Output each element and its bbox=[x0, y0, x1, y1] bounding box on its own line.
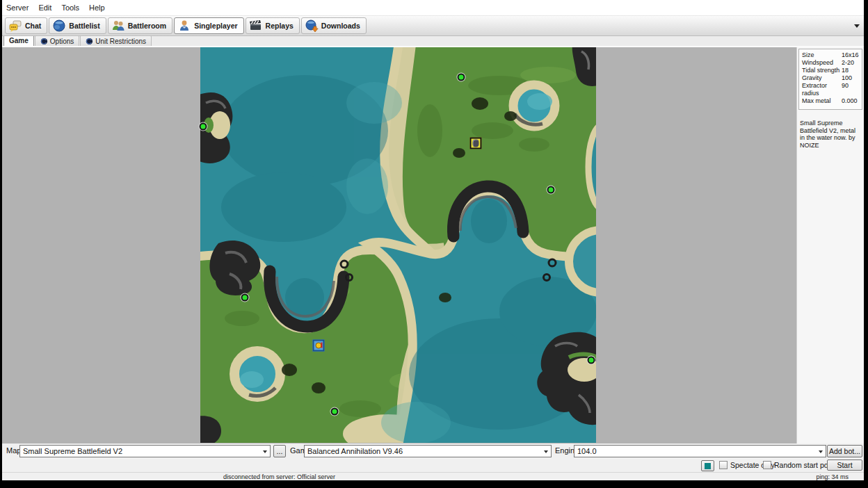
info-value: 2-20 bbox=[842, 59, 860, 67]
connection-status: disconnected from server: Official serve… bbox=[223, 473, 335, 480]
info-label: Windspeed bbox=[802, 59, 833, 67]
tab-label: Singleplayer bbox=[194, 22, 237, 30]
subtab-options[interactable]: Options bbox=[35, 35, 79, 46]
map-info-box: Size16x16Windspeed2-20Tidal strength18Gr… bbox=[798, 49, 862, 110]
tab-downloads[interactable]: Downloads bbox=[301, 17, 367, 34]
tab-chat[interactable]: Chat bbox=[5, 17, 47, 34]
menu-item-server[interactable]: Server bbox=[6, 3, 29, 12]
menu-bar: ServerEditToolsHelp bbox=[2, 0, 864, 15]
start-position-marker-5[interactable] bbox=[587, 357, 595, 364]
start-position-marker-4[interactable] bbox=[241, 294, 249, 302]
map-description: Small Supreme Battlefield V2, metal in t… bbox=[800, 120, 862, 149]
unit-marker-blue[interactable] bbox=[313, 340, 325, 352]
map-info-row: Extractor radius90 bbox=[802, 82, 860, 97]
start-position-marker-6[interactable] bbox=[331, 407, 339, 415]
chevron-down-icon bbox=[544, 450, 548, 453]
engine-combobox-value: 104.0 bbox=[577, 447, 597, 455]
mod-icon bbox=[86, 38, 93, 45]
map-markers bbox=[200, 47, 596, 443]
tab-label: Battlelist bbox=[69, 22, 99, 30]
people-icon bbox=[111, 19, 125, 33]
info-value: 16x16 bbox=[842, 51, 860, 59]
start-position-marker-1[interactable] bbox=[458, 74, 465, 81]
chat-bubbles-icon bbox=[8, 19, 22, 33]
ping-status: ping: 34 ms bbox=[816, 473, 849, 480]
status-bar: disconnected from server: Official serve… bbox=[2, 472, 864, 480]
map-browse-label: ... bbox=[277, 447, 283, 455]
map-combobox-value: Small Supreme Battlefield V2 bbox=[23, 447, 122, 455]
player-color-swatch bbox=[705, 463, 711, 469]
start-position-marker-3[interactable] bbox=[547, 186, 555, 194]
subtab-label: Game bbox=[9, 37, 29, 44]
tab-label: Replays bbox=[266, 22, 294, 30]
main-area: Size16x16Windspeed2-20Tidal strength18Gr… bbox=[2, 47, 864, 444]
info-label: Extractor radius bbox=[802, 82, 842, 97]
player-color-button[interactable] bbox=[701, 460, 714, 471]
main-toolbar: ChatBattlelistBattleroomSingleplayerRepl… bbox=[2, 15, 864, 36]
lobby-window: ServerEditToolsHelp ChatBattlelistBattle… bbox=[2, 0, 864, 480]
mod-icon bbox=[40, 38, 48, 45]
chevron-down-icon bbox=[263, 450, 267, 453]
menu-item-tools[interactable]: Tools bbox=[61, 3, 79, 12]
menu-item-help[interactable]: Help bbox=[89, 3, 105, 12]
tab-label: Downloads bbox=[321, 22, 360, 30]
tab-battleroom[interactable]: Battleroom bbox=[108, 17, 172, 34]
tab-replays[interactable]: Replays bbox=[246, 17, 300, 34]
setup-controls-row: Map: Small Supreme Battlefield V2 ... Ga… bbox=[2, 444, 864, 459]
info-label: Tidal strength bbox=[802, 67, 839, 74]
map-preview[interactable] bbox=[200, 47, 596, 443]
map-info-row: Size16x16 bbox=[802, 51, 860, 59]
game-combobox-value: Balanced Annihilation V9.46 bbox=[307, 447, 403, 455]
subtab-unit-restrictions[interactable]: Unit Restrictions bbox=[80, 35, 152, 46]
info-value: 18 bbox=[842, 67, 860, 74]
menu-item-edit[interactable]: Edit bbox=[38, 3, 51, 12]
globe-download-icon bbox=[305, 19, 319, 33]
tab-singleplayer[interactable]: Singleplayer bbox=[174, 17, 243, 34]
toolbar-overflow-icon[interactable] bbox=[854, 24, 860, 28]
start-button[interactable]: Start bbox=[827, 459, 862, 471]
checkbox-icon bbox=[719, 461, 728, 469]
info-value: 90 bbox=[842, 82, 860, 97]
start-position-marker-2[interactable] bbox=[199, 123, 207, 131]
tab-label: Chat bbox=[25, 22, 41, 30]
add-bot-label: Add bot... bbox=[829, 447, 860, 455]
person-icon bbox=[177, 19, 191, 33]
info-label: Gravity bbox=[802, 74, 822, 82]
start-button-label: Start bbox=[837, 461, 852, 469]
start-controls-row: Spectate only Random start positions Sta… bbox=[2, 459, 864, 472]
info-label: Size bbox=[802, 51, 814, 59]
subtab-label: Unit Restrictions bbox=[95, 38, 146, 45]
map-browse-button[interactable]: ... bbox=[273, 445, 286, 457]
add-bot-button[interactable]: Add bot... bbox=[827, 445, 862, 457]
info-label: Max metal bbox=[802, 97, 831, 105]
info-value: 100 bbox=[842, 74, 860, 82]
map-info-row: Tidal strength18 bbox=[802, 67, 860, 74]
tab-label: Battleroom bbox=[128, 22, 166, 30]
clapperboard-icon bbox=[249, 19, 263, 33]
engine-combobox[interactable]: 104.0 bbox=[574, 445, 826, 457]
subtab-label: Options bbox=[50, 38, 74, 45]
info-value: 0.000 bbox=[842, 97, 860, 105]
game-combobox[interactable]: Balanced Annihilation V9.46 bbox=[304, 445, 552, 457]
map-info-panel: Size16x16Windspeed2-20Tidal strength18Gr… bbox=[796, 47, 864, 444]
checkbox-icon bbox=[763, 461, 771, 469]
tab-battlelist[interactable]: Battlelist bbox=[49, 17, 106, 34]
chevron-down-icon bbox=[819, 450, 823, 453]
map-info-row: Max metal0.000 bbox=[802, 97, 860, 105]
unit-icon bbox=[316, 343, 322, 349]
map-info-row: Gravity100 bbox=[802, 74, 860, 82]
map-combobox[interactable]: Small Supreme Battlefield V2 bbox=[19, 445, 271, 457]
subtab-game[interactable]: Game bbox=[3, 35, 34, 46]
sub-tab-bar: GameOptionsUnit Restrictions bbox=[2, 36, 864, 47]
map-info-row: Windspeed2-20 bbox=[802, 59, 860, 67]
unit-marker-yellow[interactable] bbox=[470, 137, 482, 149]
unit-icon bbox=[473, 139, 479, 147]
globe-icon bbox=[52, 19, 66, 33]
